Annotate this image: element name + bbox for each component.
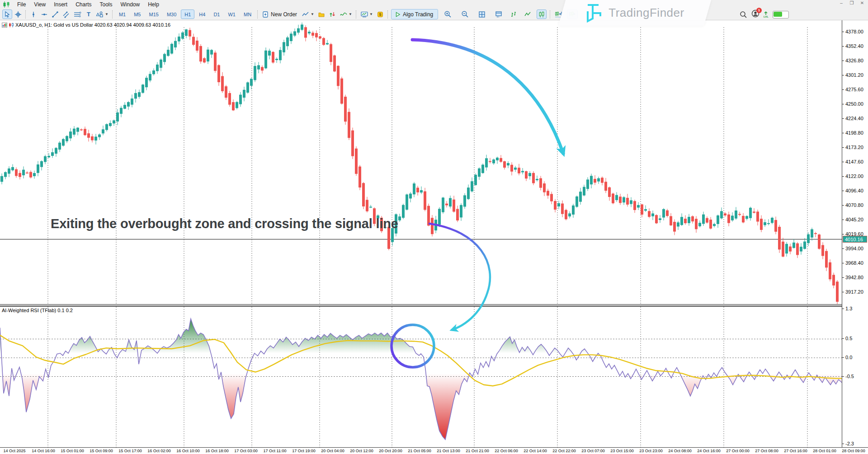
menu-charts[interactable]: Charts	[71, 1, 95, 8]
account-status[interactable]: 1	[751, 9, 760, 19]
window-restore-button[interactable]: ❐	[849, 0, 855, 5]
candle	[503, 161, 506, 170]
zoom-out-icon	[461, 10, 469, 18]
candle	[236, 101, 238, 109]
candle	[113, 119, 115, 126]
deposit-button[interactable]: $	[375, 9, 385, 19]
menu-insert[interactable]: Insert	[50, 1, 71, 8]
algo-trading-button[interactable]: Algo Trading	[391, 9, 438, 19]
time-axis[interactable]: 14 Oct 202514 Oct 16:0015 Oct 01:0015 Oc…	[0, 447, 868, 454]
menu-tools[interactable]: Tools	[96, 1, 117, 8]
price-axis[interactable]: 4378.004352.404326.804301.204275.604250.…	[842, 20, 868, 454]
candle	[601, 177, 604, 186]
candle	[782, 238, 784, 257]
trendline-tool-button[interactable]	[50, 9, 60, 19]
candle	[55, 147, 57, 157]
level-indicator[interactable]: LVL	[764, 11, 769, 18]
time-axis-label: 24 Oct 16:00	[697, 449, 721, 453]
candle	[217, 64, 220, 86]
price-axis-label: 4045.20	[845, 217, 863, 222]
candle	[268, 49, 271, 60]
candle-chart-style-button[interactable]	[537, 9, 547, 19]
candle	[44, 154, 47, 164]
candle	[539, 176, 542, 190]
candle	[8, 166, 10, 177]
candle	[731, 212, 734, 222]
line-chart-icon	[302, 11, 310, 18]
candle	[688, 214, 690, 226]
signal-line	[0, 335, 842, 386]
timeframe-h4-button[interactable]: H4	[195, 9, 209, 19]
candle	[351, 128, 354, 159]
window-close-button[interactable]: ✕	[859, 0, 865, 5]
time-axis-label: 17 Oct 03:00	[234, 449, 258, 453]
equidistant-levels-tool-button[interactable]	[72, 9, 83, 19]
candle	[630, 197, 632, 207]
candle	[102, 126, 104, 135]
panel-separator[interactable]	[0, 304, 868, 306]
connection-toggle[interactable]	[773, 11, 789, 19]
window-minimize-button[interactable]: –	[838, 0, 844, 5]
candle	[706, 216, 708, 224]
zoom-out-button[interactable]	[460, 9, 470, 19]
candle	[80, 128, 83, 131]
shapes-tool-button[interactable]: ▼	[94, 9, 110, 19]
timeframe-m1-button[interactable]: M1	[115, 9, 129, 19]
timeframe-w1-button[interactable]: W1	[224, 9, 239, 19]
candle	[453, 196, 455, 213]
candle	[91, 134, 94, 142]
candle	[579, 188, 582, 205]
candle	[420, 187, 423, 194]
tile-windows-button[interactable]	[477, 9, 487, 19]
annotation-headline: Exiting the overbought zone and crossing…	[51, 216, 398, 231]
horizontal-line-tool-button[interactable]	[39, 9, 49, 19]
vertical-line-tool-button[interactable]	[28, 9, 38, 19]
candle	[366, 197, 368, 213]
zoom-in-button[interactable]	[443, 9, 453, 19]
timeframe-d1-button[interactable]: D1	[210, 9, 223, 19]
timeframe-h1-button[interactable]: H1	[181, 9, 194, 19]
time-axis-label: 27 Oct 00:00	[726, 449, 750, 453]
timeframe-mn-button[interactable]: MN	[240, 9, 255, 19]
price-tick	[842, 32, 844, 32]
search-icon[interactable]	[740, 11, 747, 19]
time-axis-label: 14 Oct 16:00	[32, 449, 55, 453]
zoom-in-icon	[444, 10, 452, 18]
text-tool-button[interactable]: T	[84, 9, 94, 19]
menu-view[interactable]: View	[30, 1, 50, 8]
line-chart-style-button[interactable]	[523, 9, 533, 19]
time-axis-label: 20 Oct 12:00	[350, 449, 373, 453]
chart-canvas[interactable]: XAUUSD_o, H1: Gold vs US Dollar 4020.63 …	[0, 20, 842, 447]
cursor-tool-button[interactable]	[2, 9, 12, 19]
indicator-axis-label: -2.3	[845, 441, 854, 446]
buy-sell-arrows-button[interactable]	[327, 9, 337, 19]
bar-chart-style-button[interactable]	[509, 9, 519, 19]
chart-window-button[interactable]: ▼	[359, 9, 374, 19]
candle	[123, 102, 126, 109]
timeframe-m15-button[interactable]: M15	[145, 9, 162, 19]
indicator-tick	[842, 444, 844, 444]
candle	[315, 30, 318, 41]
menu-help[interactable]: Help	[144, 1, 163, 8]
indicators-button[interactable]: ▼	[338, 9, 354, 19]
new-order-button[interactable]: New Order	[260, 9, 299, 19]
price-tick	[842, 220, 844, 220]
timeframe-m5-button[interactable]: M5	[130, 9, 144, 19]
candle	[40, 160, 43, 170]
crosshair-tool-button[interactable]	[13, 9, 23, 19]
menu-window[interactable]: Window	[117, 1, 144, 8]
channel-tool-button[interactable]	[61, 9, 71, 19]
timeframe-m30-button[interactable]: M30	[163, 9, 180, 19]
candle	[11, 164, 14, 172]
candle	[58, 141, 61, 152]
open-folder-button[interactable]	[316, 9, 326, 19]
tile-windows-icon	[478, 11, 486, 18]
cascade-windows-button[interactable]	[494, 9, 504, 19]
candle	[243, 87, 245, 101]
candle	[286, 36, 289, 50]
menu-file[interactable]: File	[13, 1, 30, 8]
candle	[29, 170, 32, 178]
candle	[814, 232, 817, 237]
level-up-arrow-icon	[764, 11, 768, 15]
chart-style-button[interactable]: ▼	[300, 9, 316, 19]
